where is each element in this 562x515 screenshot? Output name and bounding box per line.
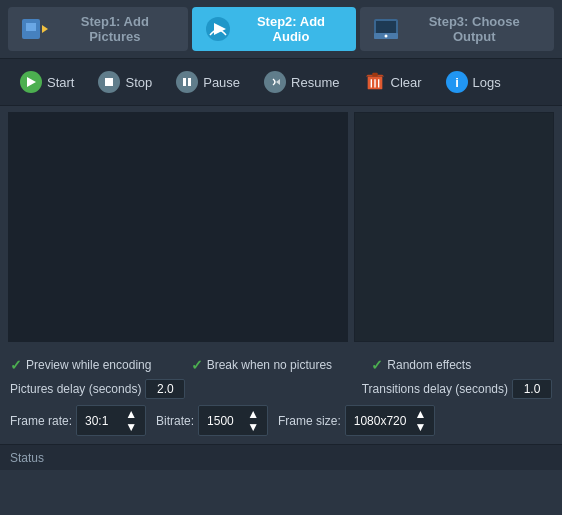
step1-label: Step1: Add Pictures	[54, 14, 176, 44]
step2-button[interactable]: Step2: Add Audio	[192, 7, 357, 51]
svg-marker-2	[42, 25, 48, 33]
top-toolbar: Step1: Add Pictures Step2: Add Audio Ste…	[0, 0, 562, 58]
frame-rate-label: Frame rate:	[10, 414, 72, 428]
break-label: Break when no pictures	[207, 358, 332, 372]
step3-button[interactable]: Step3: Choose Output	[360, 7, 554, 51]
step2-label: Step2: Add Audio	[238, 14, 345, 44]
clear-icon	[364, 71, 386, 93]
bitrate-label: Bitrate:	[156, 414, 194, 428]
random-effects-check[interactable]: ✓ Random effects	[371, 357, 552, 373]
frame-size-value: 1080x720	[350, 414, 411, 428]
transitions-delay-group: Transitions delay (seconds)	[362, 379, 552, 399]
frame-rate-value: 30:1	[81, 414, 121, 428]
preview-encoding-check[interactable]: ✓ Preview while encoding	[10, 357, 191, 373]
pictures-delay-label: Pictures delay (seconds)	[10, 382, 141, 396]
frame-size-select[interactable]: 1080x720 ▲ ▼	[345, 405, 436, 436]
start-label: Start	[47, 75, 74, 90]
resume-button[interactable]: Resume	[254, 67, 349, 97]
control-bar: Start Stop Pause Resume	[0, 58, 562, 106]
preview-check-mark: ✓	[10, 357, 22, 373]
svg-rect-11	[183, 78, 186, 86]
preview-right-panel	[354, 112, 554, 342]
frame-size-label: Frame size:	[278, 414, 341, 428]
resume-icon	[264, 71, 286, 93]
svg-rect-12	[188, 78, 191, 86]
frame-rate-group: Frame rate: 30:1 ▲ ▼	[10, 405, 146, 436]
svg-marker-9	[27, 77, 36, 87]
options-area: ✓ Preview while encoding ✓ Break when no…	[0, 351, 562, 444]
transitions-delay-label: Transitions delay (seconds)	[362, 382, 508, 396]
clear-label: Clear	[391, 75, 422, 90]
svg-rect-6	[376, 21, 396, 35]
bitrate-arrows: ▲ ▼	[243, 408, 263, 433]
svg-rect-1	[26, 23, 36, 31]
random-check-mark: ✓	[371, 357, 383, 373]
preview-label: Preview while encoding	[26, 358, 151, 372]
checkboxes-row: ✓ Preview while encoding ✓ Break when no…	[10, 357, 552, 373]
frame-size-group: Frame size: 1080x720 ▲ ▼	[278, 405, 435, 436]
pause-button[interactable]: Pause	[166, 67, 250, 97]
clear-button[interactable]: Clear	[354, 67, 432, 97]
transitions-delay-input[interactable]	[512, 379, 552, 399]
pictures-delay-input[interactable]	[145, 379, 185, 399]
step1-button[interactable]: Step1: Add Pictures	[8, 7, 188, 51]
frame-size-arrows: ▲ ▼	[410, 408, 430, 433]
step1-icon	[20, 15, 48, 43]
status-label: Status	[10, 451, 44, 465]
bitrate-value: 1500	[203, 414, 243, 428]
stop-button[interactable]: Stop	[88, 67, 162, 97]
delay-row: Pictures delay (seconds) Transitions del…	[10, 379, 552, 399]
logs-button[interactable]: i Logs	[436, 67, 511, 97]
svg-rect-10	[105, 78, 113, 86]
svg-point-8	[385, 35, 388, 38]
start-button[interactable]: Start	[10, 67, 84, 97]
step2-icon	[204, 15, 232, 43]
random-label: Random effects	[387, 358, 471, 372]
resume-label: Resume	[291, 75, 339, 90]
svg-text:i: i	[455, 75, 459, 90]
bitrate-select[interactable]: 1500 ▲ ▼	[198, 405, 268, 436]
logs-icon: i	[446, 71, 468, 93]
pause-label: Pause	[203, 75, 240, 90]
status-bar: Status	[0, 444, 562, 470]
frame-rate-arrows: ▲ ▼	[121, 408, 141, 433]
svg-rect-17	[372, 73, 378, 77]
params-row: Frame rate: 30:1 ▲ ▼ Bitrate: 1500 ▲ ▼ F…	[10, 405, 552, 436]
frame-rate-select[interactable]: 30:1 ▲ ▼	[76, 405, 146, 436]
step3-label: Step3: Choose Output	[406, 14, 542, 44]
break-check-mark: ✓	[191, 357, 203, 373]
start-icon	[20, 71, 42, 93]
stop-icon	[98, 71, 120, 93]
logs-label: Logs	[473, 75, 501, 90]
preview-left-panel	[8, 112, 348, 342]
bitrate-group: Bitrate: 1500 ▲ ▼	[156, 405, 268, 436]
stop-label: Stop	[125, 75, 152, 90]
pictures-delay-group: Pictures delay (seconds)	[10, 379, 185, 399]
preview-area	[0, 106, 562, 351]
pause-icon	[176, 71, 198, 93]
break-no-pictures-check[interactable]: ✓ Break when no pictures	[191, 357, 372, 373]
step3-icon	[372, 15, 400, 43]
